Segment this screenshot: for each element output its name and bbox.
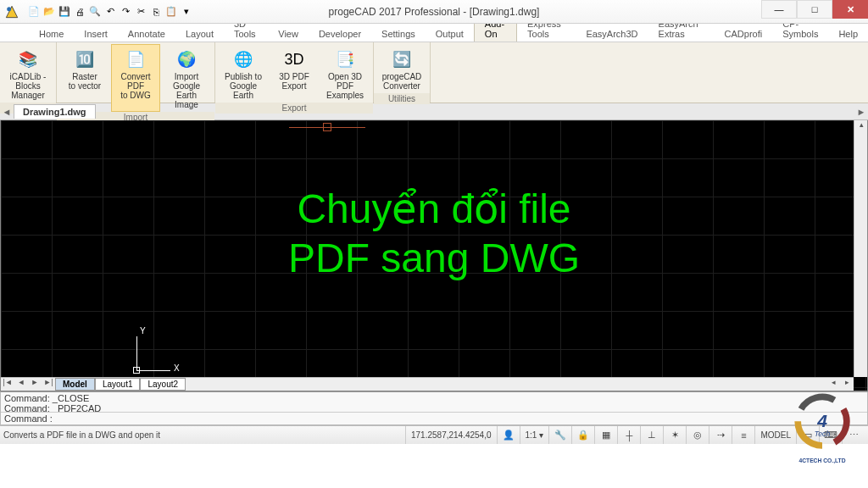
qat-more-icon[interactable]: ▾ — [180, 5, 193, 19]
qat-copy-icon[interactable]: ⎘ — [149, 5, 163, 19]
qat-preview-icon[interactable]: 🔍 — [88, 5, 102, 19]
window-buttons: — □ ✕ — [761, 0, 868, 19]
icadlib-button-label: iCADLib -Blocks Manager — [6, 72, 50, 100]
status-grid-icon[interactable]: ▦ — [594, 426, 617, 444]
qat-undo-icon[interactable]: ↶ — [103, 5, 117, 19]
qat-print-icon[interactable]: 🖨 — [73, 5, 86, 19]
menu-tab-cadprofi[interactable]: CADprofi — [715, 26, 773, 42]
vertical-scrollbar[interactable]: ▴ — [854, 120, 867, 377]
close-button[interactable]: ✕ — [832, 0, 868, 19]
open-3d-pdf-examples-button[interactable]: 📑Open 3D PDFExamples — [320, 44, 370, 103]
title-bar: 📄 📂 💾 🖨 🔍 ↶ ↷ ✂ ⎘ 📋 ▾ progeCAD 2017 Prof… — [0, 0, 868, 24]
qat-new-icon[interactable]: 📄 — [27, 5, 41, 19]
ribbon-group-label: Export — [215, 103, 373, 114]
command-prompt: Command : — [4, 413, 53, 424]
qat-redo-icon[interactable]: ↷ — [119, 5, 132, 19]
document-tab[interactable]: Drawing1.dwg — [14, 104, 96, 119]
qat-save-icon[interactable]: 💾 — [58, 5, 71, 19]
icadlib-button[interactable]: 📚iCADLib -Blocks Manager — [3, 44, 53, 103]
status-snap-icon[interactable]: ┼ — [617, 426, 640, 444]
menu-tab-developer[interactable]: Developer — [309, 26, 371, 42]
progecad-converter-icon: 🔄 — [388, 47, 415, 72]
layout-tab-layout2[interactable]: Layout2 — [140, 378, 186, 391]
layout-next-icon[interactable]: ► — [28, 378, 42, 391]
status-otrack-icon[interactable]: ⇢ — [709, 426, 732, 444]
menu-tab-view[interactable]: View — [268, 26, 309, 42]
publish-google-earth-icon: 🌐 — [230, 47, 257, 72]
status-bar: Converts a PDF file in a DWG and open it… — [0, 425, 868, 444]
command-line[interactable]: Command : — [1, 412, 867, 424]
layout-tab-layout1[interactable]: Layout1 — [95, 378, 141, 391]
ribbon-group-library: 📚iCADLib -Blocks ManagerLibrary — [0, 42, 57, 103]
qat-open-icon[interactable]: 📂 — [42, 5, 56, 19]
scroll-left-icon[interactable]: ◂ — [826, 378, 840, 391]
menu-tab-annotate[interactable]: Annotate — [118, 26, 175, 42]
import-google-earth-button[interactable]: 🌍Import GoogleEarth Image — [162, 44, 211, 112]
menu-tab-layout[interactable]: Layout — [175, 26, 224, 42]
publish-google-earth-button[interactable]: 🌐Publish toGoogle Earth — [219, 44, 268, 103]
status-osnap-icon[interactable]: ◎ — [686, 426, 709, 444]
minimize-button[interactable]: — — [761, 0, 797, 19]
status-ortho-icon[interactable]: ⊥ — [640, 426, 663, 444]
quick-access-toolbar: 📄 📂 💾 🖨 🔍 ↶ ↷ ✂ ⎘ 📋 ▾ — [24, 5, 193, 19]
command-history: Command: _CLOSE Command: _PDF2CAD — [1, 392, 867, 412]
progecad-converter-button-label: progeCADConverter — [382, 72, 422, 91]
status-dyn-icon[interactable]: ⌨ — [819, 426, 842, 444]
status-tablet-icon[interactable]: ▭ — [796, 426, 819, 444]
maximize-button[interactable]: □ — [797, 0, 832, 19]
layout-tab-model[interactable]: Model — [55, 378, 95, 391]
convert-pdf-to-dwg-button[interactable]: 📄Convert PDFto DWG — [111, 44, 160, 112]
command-history-line: Command: _PDF2CAD — [4, 403, 864, 412]
raster-to-vector-button[interactable]: 🔟Rasterto vector — [60, 44, 109, 112]
ribbon-group-export: 🌐Publish toGoogle Earth3D3D PDFExport📑Op… — [215, 42, 374, 103]
qat-paste-icon[interactable]: 📋 — [164, 5, 178, 19]
status-polar-icon[interactable]: ✶ — [663, 426, 686, 444]
convert-pdf-to-dwg-button-label: Convert PDFto DWG — [114, 72, 158, 100]
svg-text:4CTECH CO.,LTD: 4CTECH CO.,LTD — [798, 458, 845, 464]
import-google-earth-button-label: Import GoogleEarth Image — [164, 72, 209, 109]
status-person-icon[interactable]: 👤 — [497, 426, 520, 444]
overlay-line1: Chuyển đổi file — [297, 186, 570, 231]
icadlib-icon: 📚 — [14, 47, 42, 72]
status-scale[interactable]: 1:1 ▾ — [520, 426, 549, 444]
ucs-x-label: X — [174, 363, 180, 373]
menu-tab-help[interactable]: Help — [828, 26, 868, 42]
ribbon-group-utilities: 🔄progeCADConverterUtilities — [374, 42, 431, 103]
raster-to-vector-icon: 🔟 — [71, 47, 98, 72]
status-hint: Converts a PDF file in a DWG and open it — [3, 430, 405, 440]
scroll-up-icon[interactable]: ▴ — [854, 120, 868, 134]
pickbox-icon — [323, 123, 331, 131]
status-model[interactable]: MODEL — [754, 426, 796, 444]
open-3d-pdf-examples-button-label: Open 3D PDFExamples — [323, 72, 367, 100]
3d-pdf-export-button-label: 3D PDFExport — [279, 72, 309, 91]
layout-prev-icon[interactable]: ◄ — [14, 378, 28, 391]
doctab-next-icon[interactable]: ► — [854, 107, 868, 117]
doctab-prev-icon[interactable]: ◄ — [0, 107, 14, 117]
status-lwt-icon[interactable]: ≡ — [732, 426, 754, 444]
layout-first-icon[interactable]: |◄ — [1, 378, 14, 391]
ribbon-group-label: Utilities — [374, 93, 430, 104]
menu-tab-output[interactable]: Output — [426, 26, 474, 42]
menu-tab-easyarch3d[interactable]: EasyArch3D — [576, 26, 648, 42]
raster-to-vector-button-label: Rasterto vector — [69, 72, 101, 91]
status-more-icon[interactable]: ⋯ — [842, 426, 865, 444]
drawing-canvas[interactable]: Chuyển đổi file PDF sang DWG X Y ▴ |◄ ◄ … — [0, 120, 868, 391]
menu-tab-settings[interactable]: Settings — [371, 26, 426, 42]
3d-pdf-export-icon: 3D — [281, 47, 308, 72]
overlay-line2: PDF sang DWG — [288, 236, 580, 280]
svg-point-1 — [7, 7, 11, 11]
command-window: Command: _CLOSE Command: _PDF2CAD Comman… — [0, 391, 868, 425]
open-3d-pdf-examples-icon: 📑 — [331, 47, 359, 72]
scroll-right-icon[interactable]: ▸ — [840, 378, 854, 391]
layout-last-icon[interactable]: ►| — [42, 378, 55, 391]
status-coords: 171.2587,214.4254,0 — [405, 426, 497, 444]
menu-tab-insert[interactable]: Insert — [74, 26, 118, 42]
qat-cut-icon[interactable]: ✂ — [134, 5, 147, 19]
progecad-converter-button[interactable]: 🔄progeCADConverter — [377, 44, 426, 93]
3d-pdf-export-button[interactable]: 3D3D PDFExport — [270, 44, 319, 103]
ribbon-group-import: 🔟Rasterto vector📄Convert PDFto DWG🌍Impor… — [57, 42, 215, 103]
status-lock-icon[interactable]: 🔒 — [571, 426, 594, 444]
command-input[interactable] — [53, 413, 864, 424]
menu-tab-home[interactable]: Home — [29, 26, 74, 42]
status-annoscale-icon[interactable]: 🔧 — [548, 426, 571, 444]
